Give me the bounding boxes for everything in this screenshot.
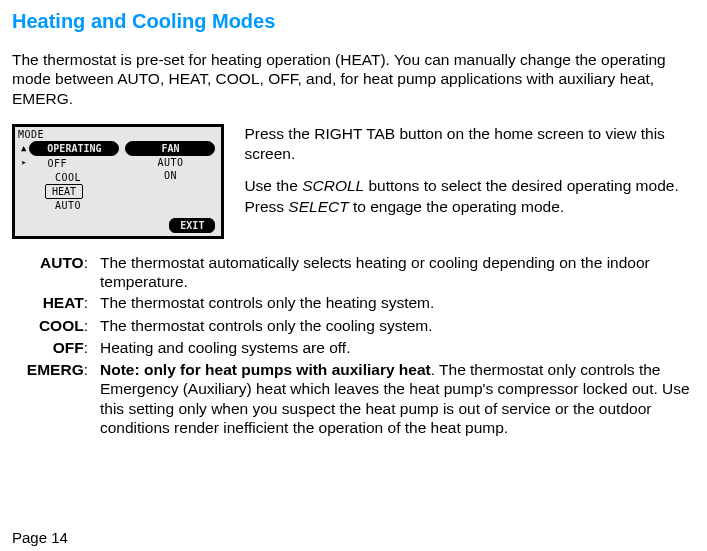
lcd-mode-label: MODE [15,127,221,141]
figure-row: MODE ▲ OPERATING ➤ OFF COOL HEAT AUTO FA… [12,124,695,239]
page-title: Heating and Cooling Modes [12,8,695,34]
intro-text: The thermostat is pre-set for heating op… [12,50,695,108]
def-auto: AUTO: The thermostat automatically selec… [12,253,695,292]
lcd-auto: AUTO [21,199,81,212]
lcd-heat: HEAT [45,184,83,199]
lcd-fan-auto: AUTO [157,156,183,169]
fan-pill: FAN [125,141,215,156]
lcd-fan-on: ON [164,169,177,182]
lcd-cool: COOL [21,171,81,184]
def-heat: HEAT: The thermostat controls only the h… [12,293,695,313]
def-cool: COOL: The thermostat controls only the c… [12,316,695,336]
figure-text: Press the RIGHT TAB button on the home s… [244,124,695,217]
def-emerg: EMERG: Note: only for heat pumps with au… [12,360,695,438]
operating-pill: OPERATING [29,141,119,156]
lcd-off: OFF [29,157,67,170]
figure-instruction-2: Use the SCROLL buttons to select the des… [244,176,695,216]
definitions-list: AUTO: The thermostat automatically selec… [12,253,695,438]
def-off: OFF: Heating and cooling systems are off… [12,338,695,358]
figure-instruction-1: Press the RIGHT TAB button on the home s… [244,124,695,164]
pointer-icon: ➤ [21,158,26,170]
lcd-exit: EXIT [169,218,215,233]
page-number: Page 14 [12,528,68,548]
lcd-screen: MODE ▲ OPERATING ➤ OFF COOL HEAT AUTO FA… [12,124,224,239]
up-arrow-icon: ▲ [21,143,26,155]
